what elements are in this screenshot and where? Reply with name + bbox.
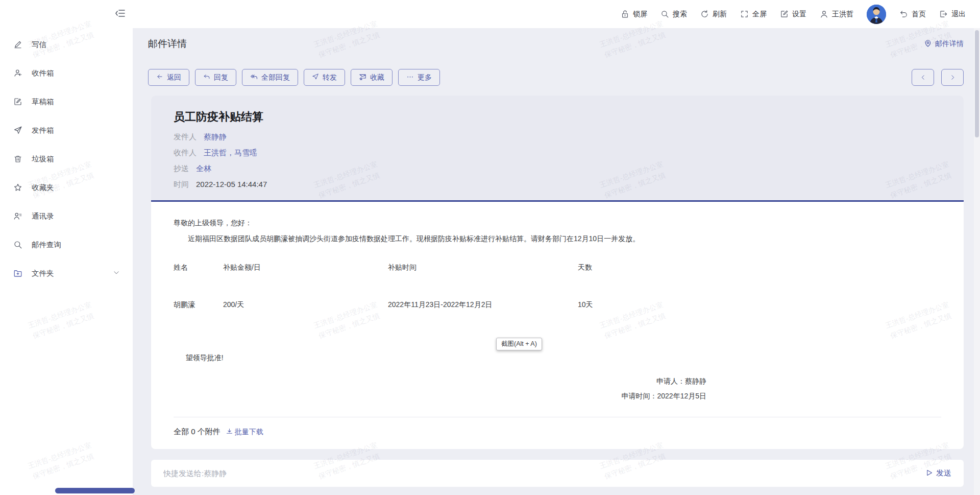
mail-time-row: 时间2022-12-05 14:44:47	[174, 179, 941, 190]
location-tag-label: 邮件详情	[935, 39, 964, 49]
location-tag: 邮件详情	[924, 39, 964, 49]
favorite-button[interactable]: 收藏	[351, 69, 393, 86]
page-title: 邮件详情	[148, 37, 187, 51]
mail-toolbar: 返回 回复 全部回复 转发 收藏 更多	[148, 69, 964, 86]
to-value[interactable]: 王洪哲，马雪瑶	[204, 148, 257, 157]
batch-download-label: 批量下载	[235, 428, 263, 437]
batch-download-link[interactable]: 批量下载	[226, 428, 263, 437]
settings-label: 设置	[792, 10, 806, 19]
sidebar-item-label: 垃圾箱	[32, 154, 54, 164]
main-content: 邮件详情 邮件详情 返回 回复 全部回复 转发	[133, 28, 974, 495]
username-label: 王洪哲	[832, 10, 853, 19]
avatar[interactable]	[867, 5, 886, 24]
time-value: 2022-12-05 14:44:47	[196, 180, 267, 188]
fullscreen-button[interactable]: 全屏	[740, 10, 767, 19]
mail-paragraph: 近期福田区数据团队成员胡鹏濠被抽调沙头街道参加疫情数据处理工作。现根据防疫补贴标…	[174, 233, 941, 244]
mail-detail-card: 员工防疫补贴结算 发件人蔡静静 收件人王洪哲，马雪瑶 抄送全林 时间2022-1…	[151, 96, 964, 449]
user-menu[interactable]: 王洪哲	[820, 10, 853, 19]
next-mail-button[interactable]	[941, 69, 964, 86]
logout-label: 退出	[951, 10, 966, 19]
prev-mail-button[interactable]	[912, 69, 934, 86]
applicant-line: 申请人：蔡静静	[174, 374, 706, 389]
sidebar-item-label: 收件箱	[32, 68, 54, 78]
sidebar-item-trash[interactable]: 垃圾箱	[0, 145, 125, 173]
settings-button[interactable]: 设置	[780, 10, 806, 19]
sidebar-item-label: 通讯录	[32, 211, 54, 221]
folder-plus-icon	[13, 269, 22, 278]
logout-icon	[939, 10, 948, 18]
forward-button[interactable]: 转发	[304, 69, 345, 86]
search-label: 搜索	[673, 10, 687, 19]
table-cell: 200/天	[223, 300, 388, 310]
col-header: 补贴金额/日	[223, 263, 388, 272]
logout-button[interactable]: 退出	[939, 10, 966, 19]
chevron-down-icon[interactable]	[113, 269, 120, 278]
mail-header: 员工防疫补贴结算 发件人蔡静静 收件人王洪哲，马雪瑶 抄送全林 时间2022-1…	[151, 96, 964, 202]
sidebar-item-label: 草稿箱	[32, 97, 54, 107]
cc-value[interactable]: 全林	[196, 164, 211, 173]
collapse-sidebar-icon[interactable]	[114, 7, 128, 20]
sidebar-item-folders[interactable]: 文件夹	[0, 259, 125, 288]
refresh-button[interactable]: 刷新	[700, 10, 727, 19]
trash-icon	[13, 154, 22, 163]
sidebar-item-contacts[interactable]: 通讯录	[0, 202, 125, 230]
sidebar-item-drafts[interactable]: 草稿箱	[0, 87, 125, 116]
reply-all-label: 全部回复	[261, 73, 290, 82]
from-label: 发件人	[174, 132, 197, 141]
back-home-icon	[899, 10, 908, 18]
sidebar-item-label: 收藏夹	[32, 183, 54, 193]
reply-button[interactable]: 回复	[195, 69, 236, 86]
edit-square-icon	[780, 10, 789, 18]
mail-body: 尊敬的上级领导，您好： 近期福田区数据团队成员胡鹏濠被抽调沙头街道参加疫情数据处…	[151, 202, 964, 449]
sidebar-item-label: 写信	[32, 40, 46, 50]
sidebar-item-sent[interactable]: 发件箱	[0, 116, 125, 145]
download-icon	[226, 428, 233, 437]
fullscreen-label: 全屏	[752, 10, 767, 19]
ellipsis-icon	[406, 73, 414, 82]
send-button[interactable]: 发送	[925, 468, 951, 478]
topbar: 锁屏 搜索 刷新 全屏 设置 王洪哲	[0, 0, 980, 28]
contacts-icon	[13, 211, 22, 221]
home-button[interactable]: 首页	[899, 10, 926, 19]
lock-screen-button[interactable]: 锁屏	[621, 10, 647, 19]
vertical-scrollbar	[974, 28, 980, 495]
sidebar-item-label: 文件夹	[32, 269, 54, 278]
quick-send-input[interactable]	[163, 469, 925, 478]
reply-label: 回复	[214, 73, 228, 82]
col-header: 天数	[578, 263, 941, 272]
col-header: 姓名	[174, 263, 223, 272]
apply-date-line: 申请时间：2022年12月5日	[174, 389, 706, 404]
mail-subject: 员工防疫补贴结算	[174, 109, 941, 125]
reply-all-button[interactable]: 全部回复	[242, 69, 298, 86]
sidebar-item-label: 邮件查询	[32, 240, 61, 250]
table-row: 胡鹏濠 200/天 2022年11月23日-2022年12月2日 10天	[174, 300, 941, 310]
sidebar-item-compose[interactable]: 写信	[0, 30, 125, 59]
back-button[interactable]: 返回	[148, 69, 189, 86]
more-button[interactable]: 更多	[398, 69, 440, 86]
table-header-row: 姓名 补贴金额/日 补贴时间 天数	[174, 263, 941, 272]
draft-icon	[13, 97, 22, 106]
home-label: 首页	[912, 10, 926, 19]
sidebar-item-favorites[interactable]: 收藏夹	[0, 173, 125, 202]
more-label: 更多	[418, 73, 432, 82]
search-button[interactable]: 搜索	[660, 10, 687, 19]
cc-label: 抄送	[174, 164, 189, 173]
toolbar-buttons: 返回 回复 全部回复 转发 收藏 更多	[148, 69, 912, 86]
paper-plane-icon	[13, 126, 22, 135]
lock-icon	[621, 10, 629, 18]
time-label: 时间	[174, 180, 189, 188]
vertical-scrollbar-thumb[interactable]	[975, 30, 979, 137]
from-value[interactable]: 蔡静静	[204, 132, 227, 141]
search-icon	[660, 10, 669, 18]
horizontal-scrollbar-thumb[interactable]	[55, 488, 135, 493]
avatar-image	[867, 5, 886, 24]
sidebar-item-mail-search[interactable]: 邮件查询	[0, 230, 125, 259]
sidebar-item-inbox[interactable]: 收件箱	[0, 59, 125, 87]
sidebar: 有生集团 写信 收件箱 草稿箱 发件箱 垃圾箱 收藏夹 通讯录	[0, 0, 125, 495]
sidebar-item-label: 发件箱	[32, 126, 54, 135]
forward-plane-icon	[312, 73, 319, 82]
pencil-icon	[13, 40, 22, 49]
to-label: 收件人	[174, 148, 197, 157]
quick-send-bar: 发送	[151, 460, 964, 487]
refresh-icon	[700, 10, 709, 18]
